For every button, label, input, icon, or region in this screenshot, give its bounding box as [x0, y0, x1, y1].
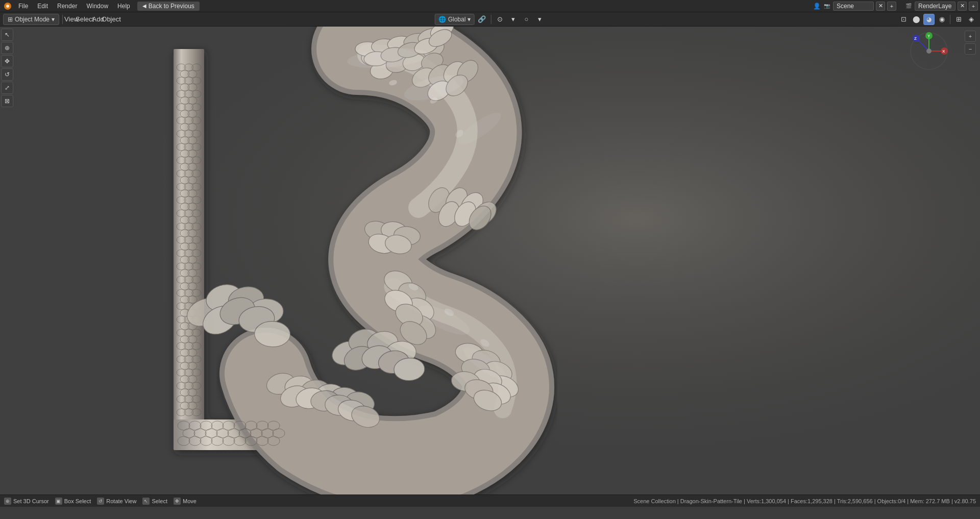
snap-chevron-icon: ▾: [511, 15, 515, 23]
snap-toggle-btn[interactable]: ⊙: [494, 14, 505, 25]
proportional-options-btn[interactable]: ▾: [534, 14, 545, 25]
zoom-out-btn[interactable]: −: [965, 43, 976, 55]
transform-pivot-btn[interactable]: 🔗: [476, 14, 487, 25]
solid-icon: ⬤: [913, 15, 920, 23]
svg-text:Z: Z: [914, 36, 917, 41]
tool-select-btn[interactable]: ↖: [1, 29, 13, 41]
scene-name-input[interactable]: [833, 2, 874, 11]
transform-chevron-icon: ▾: [468, 16, 471, 23]
object-label: Object: [102, 15, 121, 23]
viewport-shading-wire-btn[interactable]: ⊡: [898, 14, 909, 25]
xray-icon: ◈: [969, 15, 974, 23]
menu-window[interactable]: Window: [82, 2, 112, 11]
back-to-previous-label: Back to Previous: [149, 3, 194, 10]
prop-chevron-icon: ▾: [538, 15, 542, 23]
box-key-icon: ▣: [55, 498, 62, 505]
render-layer-add-btn[interactable]: +: [969, 2, 978, 11]
status-left-section: ⊕ Set 3D Cursor ▣ Box Select ↺ Rotate Vi…: [4, 498, 197, 505]
snap-icon: ⊙: [497, 15, 503, 23]
proportional-icon: ○: [524, 15, 528, 23]
wire-icon: ⊡: [901, 15, 906, 23]
top-header-bar: File Edit Render Window Help ◀ Back to P…: [0, 0, 980, 12]
cursor-key-icon: ⊕: [4, 498, 11, 505]
view-controls-panel: + −: [965, 31, 976, 55]
toolbar-sep-2: [491, 15, 491, 24]
user-icon: 👤: [813, 2, 821, 10]
toolbar: ⊞ Object Mode ▾ View Select Add Object 🌐…: [0, 12, 980, 27]
svg-point-270: [926, 48, 932, 54]
back-arrow-icon: ◀: [142, 3, 146, 9]
select-key-icon: ↖: [142, 498, 150, 505]
tool-scale-btn[interactable]: ⤢: [1, 82, 13, 94]
tool-move-btn[interactable]: ✥: [1, 55, 13, 67]
select-label: Select: [76, 15, 94, 23]
box-select-item: ▣ Box Select: [55, 498, 91, 505]
rotate-view-item: ↺ Rotate View: [97, 498, 136, 505]
viewport-canvas: [0, 27, 980, 507]
box-select-label: Box Select: [64, 498, 91, 504]
menu-edit[interactable]: Edit: [33, 2, 52, 11]
move-key-icon: ✥: [174, 498, 181, 505]
top-bar-left: File Edit Render Window Help ◀ Back to P…: [0, 1, 200, 12]
move-label: Move: [183, 498, 197, 504]
mode-icon: ⊞: [8, 16, 13, 23]
tool-transform-btn[interactable]: ⊠: [1, 95, 13, 107]
tool-cursor-btn[interactable]: ⊕: [1, 42, 13, 54]
move-item: ✥ Move: [174, 498, 197, 505]
render-layer-close-btn[interactable]: ✕: [958, 2, 967, 11]
mode-label: Object Mode: [15, 16, 50, 23]
navigation-gizmo[interactable]: X Y Z: [909, 31, 949, 71]
top-bar-right: 👤 📷 ✕ + 🎬 ✕ +: [813, 2, 978, 11]
viewport-shading-render-btn[interactable]: ◉: [936, 14, 947, 25]
set-3d-cursor-label: Set 3D Cursor: [13, 498, 49, 504]
mode-switcher-btn[interactable]: ⊞ Object Mode ▾: [3, 14, 59, 25]
scene-add-btn[interactable]: +: [887, 2, 896, 11]
select-menu-btn[interactable]: Select: [79, 14, 90, 25]
select-item: ↖ Select: [142, 498, 167, 505]
set-3d-cursor-item: ⊕ Set 3D Cursor: [4, 498, 49, 505]
pivot-icon: 🔗: [478, 15, 486, 23]
render-icon: ◉: [939, 15, 945, 23]
xray-btn[interactable]: ◈: [966, 14, 977, 25]
scene-area: 👤 📷: [813, 2, 831, 10]
transform-space-label: Global: [448, 16, 466, 23]
toolbar-right: ⊡ ⬤ ◕ ◉ ⊞ ◈: [898, 14, 977, 25]
snap-options-btn[interactable]: ▾: [507, 14, 519, 25]
material-icon: ◕: [926, 16, 932, 23]
main-viewport-area: ↖ ⊕ ✥ ↺ ⤢ ⊠ X Y Z: [0, 27, 980, 507]
svg-text:X: X: [942, 49, 945, 54]
transform-space-icon: 🌐: [438, 16, 446, 23]
object-menu-btn[interactable]: Object: [106, 14, 117, 25]
rotate-view-label: Rotate View: [106, 498, 136, 504]
svg-rect-4: [174, 49, 204, 437]
scene-close-btn[interactable]: ✕: [876, 2, 885, 11]
camera-icon-top: 📷: [823, 2, 831, 10]
menu-render[interactable]: Render: [53, 2, 81, 11]
svg-point-1: [6, 5, 9, 8]
menu-help[interactable]: Help: [113, 2, 134, 11]
overlay-icon: ⊞: [956, 15, 962, 23]
svg-text:Y: Y: [927, 34, 930, 38]
viewport-shading-material-btn[interactable]: ◕: [923, 14, 935, 25]
rotate-key-icon: ↺: [97, 498, 104, 505]
status-bar: ⊕ Set 3D Cursor ▣ Box Select ↺ Rotate Vi…: [0, 495, 980, 507]
render-layer-icon: 🎬: [904, 2, 913, 10]
render-layer-input[interactable]: [915, 2, 955, 11]
toolbar-sep-3: [950, 15, 950, 24]
3d-viewport[interactable]: ↖ ⊕ ✥ ↺ ⤢ ⊠ X Y Z: [0, 27, 980, 507]
toolbar-sep-1: [62, 15, 63, 24]
scene-info-text: Scene Collection | Dragon-Skin-Pattern-T…: [633, 498, 976, 504]
proportional-edit-btn[interactable]: ○: [521, 14, 532, 25]
blender-logo: [2, 1, 13, 12]
menu-file[interactable]: File: [14, 2, 32, 11]
toolbar-center: 🌐 Global ▾ 🔗 ⊙ ▾ ○ ▾: [435, 14, 546, 25]
select-label: Select: [152, 498, 167, 504]
viewport-shading-solid-btn[interactable]: ⬤: [911, 14, 922, 25]
left-tools-panel: ↖ ⊕ ✥ ↺ ⤢ ⊠: [0, 27, 14, 507]
overlay-btn[interactable]: ⊞: [953, 14, 964, 25]
zoom-in-btn[interactable]: +: [965, 31, 976, 42]
back-to-previous-button[interactable]: ◀ Back to Previous: [137, 2, 200, 11]
mode-chevron-icon: ▾: [52, 16, 55, 23]
tool-rotate-btn[interactable]: ↺: [1, 68, 13, 81]
transform-space-btn[interactable]: 🌐 Global ▾: [435, 14, 475, 25]
